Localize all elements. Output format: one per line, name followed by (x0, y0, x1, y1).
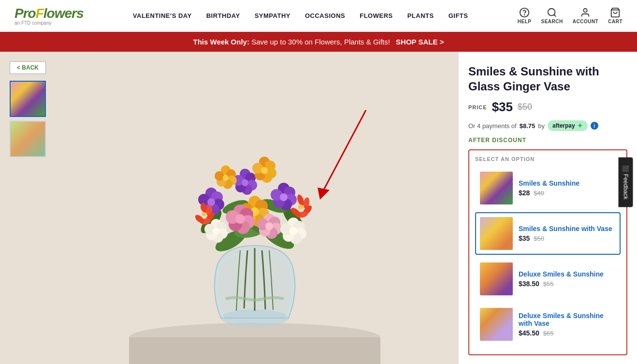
option-price-3: $38.50 (519, 280, 539, 288)
options-section: SELECT AN OPTION Smiles & Sunshine $28 $… (468, 149, 627, 355)
afterpay-by: by (538, 122, 545, 130)
feedback-tab[interactable]: ⬛ Feedback (618, 157, 633, 207)
thumb-image-2 (11, 122, 45, 156)
afterpay-text: Or 4 payments of (468, 122, 517, 130)
option-info-2: Smiles & Sunshine with Vase $35 $50 (519, 225, 612, 242)
price-label: PRICE (468, 104, 487, 110)
select-option-label: SELECT AN OPTION (475, 156, 621, 162)
option-original-4: $65 (543, 330, 554, 337)
svg-point-71 (265, 222, 273, 230)
option-item-2[interactable]: Smiles & Sunshine with Vase $35 $50 (475, 212, 621, 255)
option-item-1[interactable]: Smiles & Sunshine $28 $40 (475, 167, 621, 209)
site-header: ProFlowers an FTD company VALENTINE'S DA… (0, 0, 637, 32)
search-icon (547, 7, 557, 18)
promo-link[interactable]: SHOP SALE > (396, 38, 444, 46)
account-icon (580, 7, 591, 18)
search-label: SEARCH (541, 19, 563, 24)
option-name-2: Smiles & Sunshine with Vase (519, 225, 612, 233)
option-info-3: Deluxe Smiles & Sunshine $38.50 $55 (519, 270, 604, 288)
logo-text: ProFlowers (14, 6, 84, 21)
nav-gifts[interactable]: GIFTS (449, 12, 468, 19)
nav-sympathy[interactable]: SYMPATHY (255, 12, 290, 19)
back-button[interactable]: < BACK (10, 61, 46, 74)
afterpay-amount: $8.75 (520, 122, 536, 130)
option-original-3: $55 (543, 280, 554, 288)
feedback-text: Feedback (622, 174, 629, 199)
price-current: $35 (492, 100, 513, 115)
option-item-4[interactable]: Deluxe Smiles & Sunshine with Vase $45.5… (475, 303, 621, 346)
flower-illustration (115, 86, 395, 364)
option-original-1: $40 (534, 189, 544, 197)
nav-valentines[interactable]: VALENTINE'S DAY (133, 12, 192, 19)
option-item-3[interactable]: Deluxe Smiles & Sunshine $38.50 $55 (475, 258, 621, 300)
promo-banner: This Week Only: Save up to 30% on Flower… (0, 32, 637, 52)
option-thumb-1 (480, 172, 513, 204)
help-icon (519, 7, 530, 18)
option-info-1: Smiles & Sunshine $28 $40 (519, 179, 579, 197)
cart-icon-item[interactable]: CART (608, 7, 623, 24)
svg-point-56 (215, 171, 224, 181)
svg-point-78 (290, 227, 297, 235)
option-price-row-1: $28 $40 (519, 189, 579, 197)
nav-occasions[interactable]: OCCASIONS (305, 12, 345, 19)
flower-svg (115, 86, 395, 364)
svg-point-2 (548, 9, 555, 16)
option-price-2: $35 (519, 234, 530, 242)
afterpay-row: Or 4 payments of $8.75 by afterpay ✦ i (468, 120, 627, 131)
afterpay-badge[interactable]: afterpay ✦ (548, 120, 588, 131)
svg-point-97 (202, 212, 206, 216)
option-thumb-4 (480, 308, 513, 341)
afterpay-info-icon[interactable]: i (591, 122, 598, 130)
thumbnail-1[interactable] (10, 81, 46, 117)
price-original: $50 (518, 102, 532, 112)
svg-point-1 (524, 15, 525, 15)
svg-point-29 (280, 193, 288, 201)
option-price-row-2: $35 $50 (519, 234, 612, 242)
option-original-2: $50 (534, 235, 544, 242)
main-product-image (51, 52, 458, 364)
option-price-row-3: $38.50 $55 (519, 280, 604, 288)
cart-icon (610, 7, 621, 18)
option-info-4: Deluxe Smiles & Sunshine with Vase $45.5… (519, 312, 616, 337)
option-name-4: Deluxe Smiles & Sunshine with Vase (519, 312, 616, 327)
after-discount-label: AFTER DISCOUNT (468, 137, 627, 144)
afterpay-badge-text: afterpay (552, 122, 575, 129)
option-price-4: $45.50 (519, 329, 539, 337)
thumbnail-list (0, 52, 51, 364)
nav-plants[interactable]: PLANTS (407, 12, 434, 19)
header-icons: HELP SEARCH ACCOUNT CART (518, 7, 623, 24)
svg-point-64 (235, 214, 245, 224)
product-panel: Smiles & Sunshine with Glass Ginger Vase… (458, 52, 637, 364)
promo-highlight: This Week Only: (193, 38, 249, 46)
search-icon-item[interactable]: SEARCH (541, 7, 563, 24)
nav-flowers[interactable]: FLOWERS (360, 12, 393, 19)
help-label: HELP (518, 19, 532, 24)
account-label: ACCOUNT (573, 19, 599, 24)
afterpay-logo-icon: ✦ (577, 122, 583, 130)
svg-rect-6 (129, 337, 380, 364)
svg-point-36 (242, 179, 248, 186)
option-name-3: Deluxe Smiles & Sunshine (519, 270, 604, 278)
main-content: < BACK (0, 52, 637, 364)
option-price-1: $28 (519, 189, 530, 197)
thumbnail-2[interactable] (10, 121, 46, 157)
svg-point-91 (298, 204, 303, 209)
feedback-label: ⬛ (622, 165, 629, 174)
svg-point-3 (584, 9, 587, 12)
nav-birthday[interactable]: BIRTHDAY (206, 12, 240, 19)
logo-subtitle: an FTD company (14, 20, 84, 26)
thumb-image-1 (11, 82, 45, 116)
svg-point-22 (207, 198, 215, 206)
svg-point-85 (213, 228, 219, 234)
logo[interactable]: ProFlowers an FTD company (14, 6, 84, 26)
image-area: < BACK (0, 52, 458, 364)
option-price-row-4: $45.50 $65 (519, 329, 616, 337)
price-row: PRICE $35 $50 (468, 100, 627, 115)
svg-point-50 (261, 167, 268, 174)
option-thumb-3 (480, 262, 513, 295)
promo-description: Save up to 30% on Flowers, Plants & Gift… (251, 38, 390, 46)
account-icon-item[interactable]: ACCOUNT (573, 7, 599, 24)
svg-point-57 (223, 175, 229, 181)
option-name-1: Smiles & Sunshine (519, 179, 579, 187)
help-icon-item[interactable]: HELP (518, 7, 532, 24)
